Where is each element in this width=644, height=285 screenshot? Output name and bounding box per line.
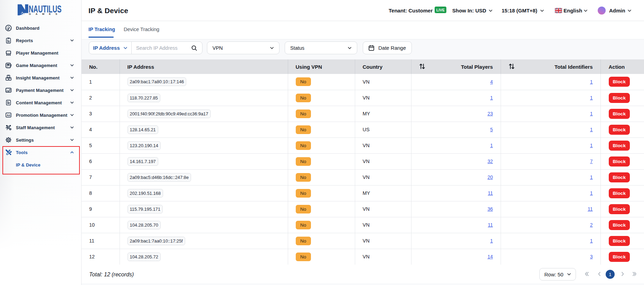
svg-text:Ad: Ad — [7, 114, 10, 117]
